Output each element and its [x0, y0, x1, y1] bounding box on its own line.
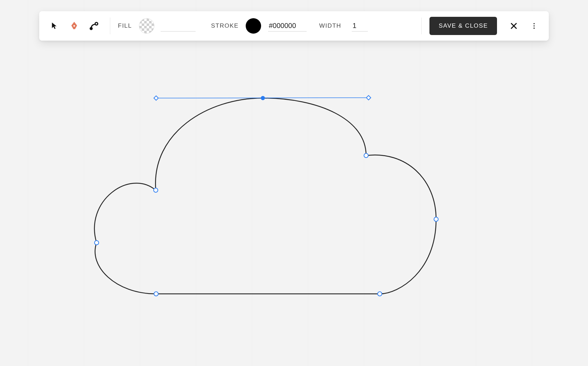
anchor-point[interactable] — [377, 291, 382, 296]
anchor-point[interactable] — [154, 291, 159, 296]
editor-canvas[interactable] — [0, 0, 588, 366]
anchor-point[interactable] — [364, 153, 369, 158]
anchor-point[interactable] — [94, 240, 99, 245]
shape-path[interactable] — [94, 98, 436, 294]
anchor-point-selected[interactable] — [261, 96, 265, 100]
anchor-point[interactable] — [153, 188, 158, 193]
anchor-point[interactable] — [434, 217, 439, 222]
